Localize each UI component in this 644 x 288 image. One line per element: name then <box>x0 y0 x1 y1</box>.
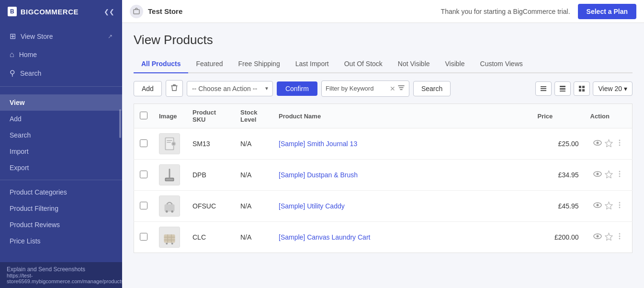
sidebar-sub-label: Price Lists <box>10 237 41 245</box>
tab-custom-views[interactable]: Custom Views <box>473 55 531 73</box>
row-checkbox[interactable] <box>140 171 147 178</box>
image-header: Image <box>153 104 187 128</box>
sidebar-item-import[interactable]: Import <box>0 143 122 160</box>
svg-marker-40 <box>605 202 612 209</box>
grid-view-button[interactable] <box>574 81 590 96</box>
svg-rect-27 <box>166 179 173 181</box>
svg-point-31 <box>619 171 620 173</box>
delete-button[interactable] <box>166 80 183 97</box>
sidebar: ⊞ View Store ↗ ⌂ Home ⚲ Search View Add … <box>0 23 122 288</box>
external-link-icon: ↗ <box>108 33 113 40</box>
row-checkbox[interactable] <box>140 202 147 209</box>
sidebar-item-product-categories[interactable]: Product Categories <box>0 184 122 200</box>
sidebar-item-view-store[interactable]: ⊞ View Store ↗ <box>0 27 122 46</box>
view-count-button[interactable]: View 20 ▾ <box>593 81 633 96</box>
add-button[interactable]: Add <box>134 81 162 96</box>
filter-keyword-input[interactable] <box>326 85 388 92</box>
product-name-link[interactable]: [Sample] Dustpan & Brush <box>279 171 358 179</box>
sidebar-item-search[interactable]: ⚲ Search <box>0 64 122 82</box>
products-table: Image Product SKU Stock Level Product Na… <box>134 104 633 253</box>
search-button[interactable]: Search <box>413 81 451 96</box>
sidebar-item-price-lists[interactable]: Price Lists <box>0 233 122 249</box>
tab-visible[interactable]: Visible <box>438 55 473 73</box>
trash-icon <box>171 84 178 92</box>
logo-icon: B <box>8 7 17 16</box>
row-checkbox[interactable] <box>140 233 147 241</box>
stock-level: N/A <box>240 140 251 148</box>
star-product-icon[interactable] <box>605 201 613 211</box>
select-all-checkbox[interactable] <box>140 112 147 119</box>
sidebar-item-export[interactable]: Export <box>0 160 122 176</box>
row-action-cell <box>585 222 633 253</box>
product-name-link[interactable]: [Sample] Utility Caddy <box>279 202 345 210</box>
list-view-button[interactable] <box>554 81 571 96</box>
page-header: View Products All Products Featured Free… <box>122 23 644 73</box>
confirm-button[interactable]: Confirm <box>277 81 317 96</box>
svg-point-29 <box>596 173 599 175</box>
more-options-icon[interactable] <box>616 170 623 180</box>
sidebar-item-search-products[interactable]: Search <box>0 127 122 143</box>
list-icon <box>559 85 566 92</box>
select-plan-button[interactable]: Select a Plan <box>578 4 636 19</box>
sidebar-item-add[interactable]: Add <box>0 111 122 127</box>
logo-text: BIGCOMMERCE <box>21 8 79 16</box>
row-price-cell: £34.95 <box>532 160 585 191</box>
star-product-icon[interactable] <box>605 232 613 242</box>
product-image <box>159 164 180 185</box>
action-select[interactable]: -- Choose an Action -- <box>187 81 273 96</box>
row-name-cell: [Sample] Canvas Laundry Cart <box>273 222 532 253</box>
sidebar-item-product-reviews[interactable]: Product Reviews <box>0 217 122 233</box>
list-view-dense-button[interactable] <box>535 81 552 96</box>
star-product-icon[interactable] <box>605 139 613 149</box>
sidebar-item-home[interactable]: ⌂ Home <box>0 46 122 64</box>
row-actions-group <box>590 138 627 149</box>
svg-rect-10 <box>582 89 585 92</box>
tab-out-of-stock[interactable]: Out Of Stock <box>337 55 390 73</box>
sidebar-scrollbar[interactable] <box>119 109 121 138</box>
sidebar-sub-label: Product Filtering <box>10 205 58 212</box>
more-options-icon[interactable] <box>616 201 623 211</box>
filter-clear-icon[interactable]: ✕ <box>390 85 395 92</box>
sidebar-section-label: Search <box>10 131 31 139</box>
tab-featured[interactable]: Featured <box>188 55 230 73</box>
row-sku-cell: OFSUC <box>187 191 235 222</box>
product-image <box>159 133 180 154</box>
svg-rect-45 <box>164 234 175 242</box>
svg-point-33 <box>619 176 620 177</box>
list-dense-icon <box>540 85 547 92</box>
product-name-link[interactable]: [Sample] Canvas Laundry Cart <box>279 233 370 241</box>
sidebar-section-label: Add <box>10 115 22 123</box>
more-options-icon[interactable] <box>616 232 623 242</box>
topbar-right: Thank you for starting a BigCommerce tri… <box>441 4 636 19</box>
view-product-icon[interactable] <box>593 232 602 242</box>
view-product-icon[interactable] <box>593 201 602 211</box>
tab-last-import[interactable]: Last Import <box>288 55 337 73</box>
row-action-cell <box>585 128 633 160</box>
svg-rect-6 <box>560 91 565 92</box>
sidebar-sub-label: Product Reviews <box>10 221 60 229</box>
more-options-icon[interactable] <box>616 139 623 149</box>
products-table-container: Image Product SKU Stock Level Product Na… <box>122 104 644 265</box>
store-icon <box>130 5 143 18</box>
tab-not-visible[interactable]: Not Visible <box>390 55 438 73</box>
table-row: DPB N/A [Sample] Dustpan & Brush £34.95 <box>134 160 633 191</box>
filter-options-icon[interactable] <box>397 84 405 93</box>
svg-point-17 <box>172 142 175 145</box>
sidebar-collapse-icon[interactable]: ❮❮ <box>104 8 114 15</box>
product-name-link[interactable]: [Sample] Smith Journal 13 <box>279 140 357 148</box>
row-checkbox-cell <box>134 128 154 160</box>
row-action-cell <box>585 191 633 222</box>
star-product-icon[interactable] <box>605 170 613 180</box>
sidebar-item-view[interactable]: View <box>0 94 122 111</box>
sidebar-item-product-filtering[interactable]: Product Filtering <box>0 200 122 217</box>
row-sku-cell: CLC <box>187 222 235 253</box>
view-product-icon[interactable] <box>593 138 602 149</box>
tab-free-shipping[interactable]: Free Shipping <box>231 55 288 73</box>
row-price-cell: £200.00 <box>532 222 585 253</box>
sidebar-logo: B BIGCOMMERCE ❮❮ <box>0 0 122 23</box>
svg-point-55 <box>619 233 620 235</box>
view-product-icon[interactable] <box>593 170 602 180</box>
row-checkbox[interactable] <box>140 139 147 147</box>
tab-all-products[interactable]: All Products <box>134 55 188 73</box>
row-actions-group <box>590 232 627 242</box>
